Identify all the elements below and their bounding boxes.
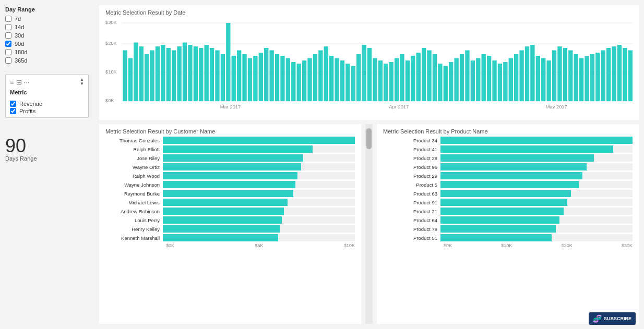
product-x-labels: $0K$10K$20K$30K [444,243,633,248]
top-bar-47 [378,60,383,101]
h-bar-track [163,145,355,153]
h-bar-fill [163,163,301,170]
top-bar-9 [172,51,176,102]
top-bar-29 [280,56,284,101]
metric-item-profits[interactable]: Profits [10,108,84,114]
days-display: 90 Days Range [5,137,89,162]
checkbox-14d[interactable] [5,24,11,30]
day-range-item-365d[interactable]: 365d [5,57,89,64]
top-bar-45 [367,48,372,101]
top-bar-13 [194,46,198,101]
top-bar-19 [226,23,230,101]
top-bar-55 [422,48,426,101]
top-bar-91 [617,45,622,101]
day-range-item-14d[interactable]: 14d [5,24,89,30]
top-bar-41 [345,64,350,101]
top-bar-22 [242,54,246,101]
subscribe-button[interactable]: 🧬 SUBSCRIBE [589,312,636,325]
top-bar-16 [210,48,214,101]
h-bar-label: Jose Riley [105,155,163,161]
svg-text:$20K: $20K [105,41,117,46]
top-bar-46 [373,58,377,102]
sort-icons[interactable]: ▲ ▼ [80,78,84,86]
top-bar-84 [579,58,583,102]
top-bar-10 [177,46,181,101]
product-bars: Product 34Product 41Product 28Product 96… [383,137,633,241]
day-range-item-7d[interactable]: 7d [5,16,89,22]
scrollbar[interactable] [365,124,373,324]
top-bar-chart: $30K $20K $10K $0K Mar 2017 Apr 2017 May… [105,18,633,109]
metric-box-header: ≡ ⊞ ··· ▲ ▼ [10,78,84,86]
top-bar-17 [215,51,219,102]
svg-text:$10K: $10K [105,69,117,75]
h-bar-track [163,216,355,224]
h-bar-fill [440,208,564,215]
h-bar-row: Henry Kelley [105,225,355,233]
h-bar-track [440,145,633,153]
h-bar-fill [440,154,594,162]
day-range-item-30d[interactable]: 30d [5,32,89,39]
h-bar-fill [163,172,297,179]
h-bar-row: Product 34 [383,137,633,144]
top-bar-32 [297,64,301,101]
h-bar-track [440,190,633,197]
top-bar-40 [340,60,344,101]
customer-chart-title: Metric Selection Result by Customer Name [105,128,355,135]
h-bar-row: Ralph Wood [105,172,355,179]
top-bar-4 [145,54,149,101]
day-range-item-180d[interactable]: 180d [5,49,89,55]
h-bar-track [163,225,355,233]
h-bar-row: Product 29 [383,172,633,179]
day-label-180d: 180d [15,49,27,55]
h-bar-row: Product 28 [383,154,633,162]
h-bar-fill [440,145,613,153]
h-bar-label: Product 41 [383,147,440,152]
metric-checkbox-profits[interactable] [10,108,16,114]
h-bar-label: Thomas Gonzales [105,138,163,143]
top-bar-14 [199,48,203,101]
top-bar-58 [438,64,442,101]
top-bar-65 [476,58,480,102]
h-bar-label: Product 64 [383,217,440,223]
top-bar-78 [546,60,551,101]
h-bar-track [440,199,633,206]
h-bar-row: Louis Perry [105,216,355,224]
h-bar-track [440,234,633,241]
top-bar-27 [269,51,273,102]
scrollbar-thumb[interactable] [366,128,372,149]
metric-label: Metric [10,89,27,95]
top-bar-8 [166,48,171,101]
svg-text:Mar 2017: Mar 2017 [220,104,241,109]
checkbox-90d[interactable] [5,41,11,47]
h-bar-row: Product 5 [383,181,633,188]
top-bar-89 [606,48,611,101]
checkbox-30d[interactable] [5,32,11,39]
metric-checkbox-revenue[interactable] [10,101,16,107]
more-icon: ··· [24,78,30,86]
h-bar-fill [440,234,552,241]
svg-text:May 2017: May 2017 [546,104,567,109]
h-bar-fill [163,145,313,153]
h-bar-fill [163,181,295,188]
top-bar-61 [454,58,458,102]
h-bar-fill [440,181,579,188]
h-bar-track [163,137,355,144]
checkbox-180d[interactable] [5,49,11,55]
top-bar-24 [253,56,257,101]
top-bar-74 [525,46,529,101]
checkbox-365d[interactable] [5,57,11,64]
metric-label-profits: Profits [19,108,35,114]
x-label: $20K [562,243,573,248]
top-bar-79 [552,51,556,102]
top-bar-44 [362,45,366,101]
top-bar-18 [221,54,225,101]
top-bar-12 [188,45,192,101]
x-label: $5K [255,243,263,248]
h-bar-label: Product 29 [383,173,440,179]
h-bar-label: Kenneth Marshall [105,235,163,241]
h-bar-row: Product 91 [383,199,633,206]
h-bar-track [163,234,355,241]
day-range-item-90d[interactable]: 90d [5,41,89,47]
checkbox-7d[interactable] [5,16,11,22]
metric-item-revenue[interactable]: Revenue [10,101,84,107]
